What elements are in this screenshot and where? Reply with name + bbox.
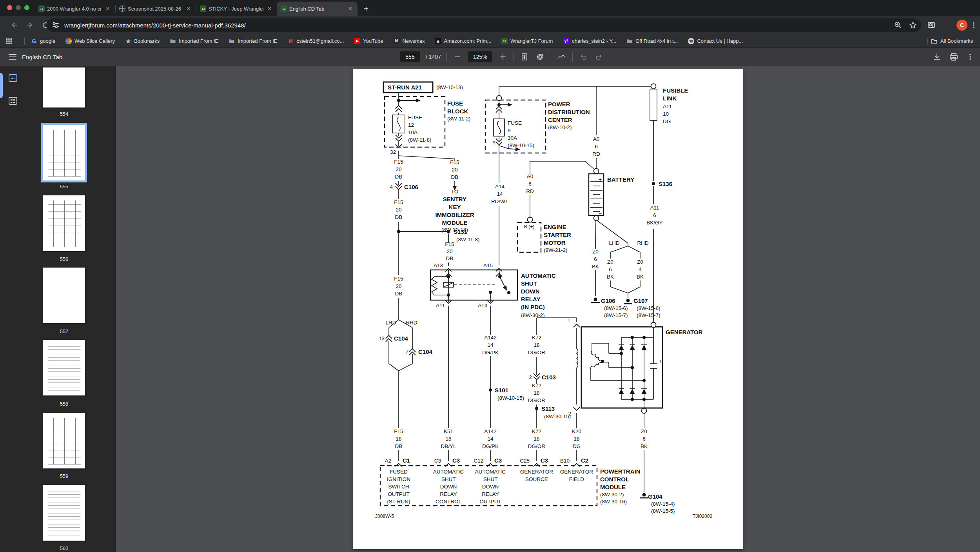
bookmark-item[interactable]: aAmazon.com: Prim...	[435, 38, 491, 44]
svg-text:6: 6	[528, 181, 532, 187]
thumbnail-page-556[interactable]	[43, 195, 85, 251]
url-text[interactable]: wranglertjforum.com/attachments/2000-tj-…	[64, 22, 246, 29]
undo-button[interactable]	[578, 52, 588, 62]
tab-close-icon[interactable]: ✕	[185, 5, 192, 12]
bookmark-item[interactable]: ☎Contact Us | Happ...	[688, 38, 743, 44]
svg-text:SHUT: SHUT	[483, 476, 498, 482]
svg-text:BK/GY: BK/GY	[646, 220, 662, 226]
thumbnails-view-icon[interactable]	[9, 74, 17, 82]
tab-close-icon[interactable]: ✕	[266, 5, 273, 12]
zoom-icon[interactable]	[894, 21, 902, 29]
page-total-label: / 1407	[426, 54, 441, 60]
svg-text:DG/PK: DG/PK	[482, 443, 499, 449]
back-button[interactable]	[9, 20, 20, 31]
svg-text:A142: A142	[484, 335, 497, 341]
bookmark-item[interactable]: Web Slice Gallery	[65, 38, 115, 44]
tab-english-cd-active[interactable]: TJ English CD Tab ✕	[277, 2, 358, 16]
tj-forum-favicon: TJ	[38, 5, 45, 12]
thumbnail-page-554[interactable]	[43, 67, 85, 107]
svg-text:F15: F15	[450, 159, 459, 165]
svg-text:RD: RD	[592, 151, 600, 157]
svg-text:(8W-10-13): (8W-10-13)	[436, 84, 463, 90]
bookmark-item[interactable]: Ggoogle	[31, 38, 55, 44]
svg-text:20: 20	[396, 207, 401, 213]
globe-favicon	[119, 5, 125, 12]
tab-wrangler-no-crank[interactable]: TJ 2000 Wrangler 4.0 no crank n ✕	[34, 2, 115, 16]
svg-text:C3: C3	[494, 457, 502, 464]
bookmark-star-icon[interactable]	[909, 21, 917, 29]
zoom-level-input[interactable]: 125%	[468, 51, 492, 62]
zoom-out-button[interactable]	[452, 52, 463, 62]
profile-avatar[interactable]: C	[956, 20, 967, 31]
thumbnail-page-559[interactable]	[43, 413, 85, 468]
toolbar-divider	[942, 21, 942, 29]
svg-text:F15: F15	[394, 199, 403, 205]
svg-text:FUSIBLE: FUSIBLE	[663, 87, 688, 94]
svg-text:A2: A2	[385, 458, 391, 464]
redo-button[interactable]	[594, 52, 604, 62]
tj-forum-favicon: TJ	[200, 5, 206, 12]
svg-text:6: 6	[609, 266, 612, 272]
tab-close-icon[interactable]: ✕	[104, 5, 111, 12]
apps-grid-button[interactable]	[5, 38, 13, 45]
tj-forum-favicon: TJ	[281, 5, 287, 12]
minimize-window-button[interactable]	[16, 5, 21, 10]
window-controls[interactable]	[7, 5, 29, 10]
address-bar[interactable]: wranglertjforum.com/attachments/2000-tj-…	[46, 18, 921, 32]
bookmark-item[interactable]: TJWranglerTJ Forum	[501, 38, 553, 44]
bookmark-item[interactable]: y!charles_stein2 - Y...	[563, 38, 616, 44]
download-icon[interactable]	[933, 53, 941, 61]
tab-screenshot[interactable]: Screenshot 2025-08-26 at 4. ✕	[115, 2, 196, 16]
bookmark-item[interactable]: Imported From IE	[170, 38, 218, 44]
pdf-page-555-wiring-diagram[interactable]: ST-RUN A21(8W-10-13)FUSEBLOCK(8W-11-2)FU…	[353, 69, 743, 549]
svg-text:30A: 30A	[508, 135, 517, 141]
bookmark-item[interactable]: ★Bookmarks	[125, 38, 160, 44]
print-icon[interactable]	[949, 53, 958, 61]
pdf-more-options-icon[interactable]	[967, 53, 974, 60]
tab-sticky-wrangler[interactable]: TJ STICKY - Jeep Wrangler TJ F ✕	[196, 2, 277, 16]
zoom-in-button[interactable]	[498, 52, 508, 62]
svg-text:–: –	[599, 210, 602, 216]
thumbnail-page-558[interactable]	[43, 340, 85, 395]
svg-text:DG: DG	[573, 443, 581, 449]
svg-text:SWITCH: SWITCH	[388, 484, 409, 490]
new-tab-button[interactable]: +	[361, 3, 372, 14]
chrome-menu-icon[interactable]	[968, 20, 979, 31]
tab-title: STICKY - Jeep Wrangler TJ F	[209, 6, 263, 12]
tab-close-icon[interactable]: ✕	[347, 5, 354, 12]
page-number-input[interactable]: 555	[400, 51, 420, 62]
close-window-button[interactable]	[7, 5, 12, 10]
rotate-button[interactable]	[535, 52, 545, 62]
fit-page-button[interactable]	[519, 52, 530, 62]
svg-text:C2: C2	[581, 457, 588, 464]
site-settings-icon[interactable]	[52, 21, 60, 29]
search-tabs-icon[interactable]	[926, 20, 937, 31]
bookmark-item[interactable]: ▶YouTube	[354, 38, 383, 44]
svg-text:OUTPUT: OUTPUT	[388, 491, 410, 497]
svg-text:12: 12	[408, 122, 414, 128]
svg-text:A11: A11	[663, 104, 672, 109]
amazon-icon: a	[435, 38, 441, 44]
zoom-window-button[interactable]	[24, 5, 29, 10]
tj-forum-icon: TJ	[501, 38, 508, 44]
svg-text:AUTOMATIC: AUTOMATIC	[475, 469, 506, 475]
thumbnail-page-555-selected[interactable]	[43, 125, 85, 180]
yahoo-icon: y!	[563, 38, 569, 44]
thumbnail-page-557[interactable]	[43, 268, 85, 323]
svg-text:K20: K20	[572, 428, 581, 434]
svg-text:FUSE: FUSE	[447, 100, 463, 107]
svg-text:G104: G104	[648, 493, 662, 500]
bookmark-item[interactable]: Imported From IE	[229, 38, 277, 44]
all-bookmarks-button[interactable]: All Bookmarks	[927, 38, 973, 45]
pdf-menu-icon[interactable]	[9, 54, 16, 60]
annotate-button[interactable]	[557, 52, 567, 62]
bookmark-item[interactable]: NNewsmax	[393, 38, 425, 44]
svg-text:A11: A11	[650, 205, 659, 211]
bookmark-item[interactable]: Off Road 4x4 in t...	[626, 38, 678, 44]
forward-button[interactable]	[24, 20, 35, 31]
outline-view-icon[interactable]	[9, 97, 17, 105]
thumbnail-page-560[interactable]	[43, 485, 85, 541]
svg-text:IMMOBILIZER: IMMOBILIZER	[435, 211, 474, 218]
svg-text:1: 1	[567, 317, 570, 323]
bookmark-item[interactable]: Mcstein51@gmail.co...	[287, 38, 344, 44]
